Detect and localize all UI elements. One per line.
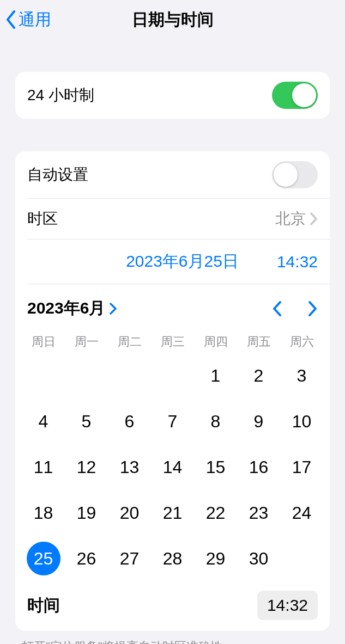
back-button[interactable]: 通用 xyxy=(5,0,51,39)
month-picker[interactable]: 2023年6月 xyxy=(27,297,117,320)
calendar-day[interactable]: 16 xyxy=(237,450,280,484)
calendar-day[interactable]: 22 xyxy=(194,496,237,530)
label-timezone: 时区 xyxy=(27,208,58,229)
calendar-day[interactable]: 9 xyxy=(237,404,280,438)
month-label: 2023年6月 xyxy=(27,297,105,320)
calendar-day[interactable]: 7 xyxy=(151,404,194,438)
calendar-day[interactable]: 28 xyxy=(151,542,194,575)
calendar-day[interactable]: 21 xyxy=(151,496,194,530)
weekday-header: 周六 xyxy=(280,330,323,355)
calendar-days: 1234567891011121314151617181920212223242… xyxy=(15,355,330,582)
calendar-blank xyxy=(108,359,151,392)
timezone-text: 北京 xyxy=(275,208,306,229)
calendar-day[interactable]: 5 xyxy=(65,404,108,438)
prev-month-button[interactable] xyxy=(272,300,282,317)
row-24h: 24 小时制 xyxy=(15,72,330,119)
calendar-day[interactable]: 24 xyxy=(280,496,323,530)
calendar-day[interactable]: 30 xyxy=(237,542,280,575)
calendar-day[interactable]: 12 xyxy=(65,450,108,484)
calendar-day[interactable]: 4 xyxy=(22,404,65,438)
calendar-day[interactable]: 6 xyxy=(108,404,151,438)
label-time: 时间 xyxy=(27,594,60,617)
page-title: 日期与时间 xyxy=(132,9,214,31)
weekday-header: 周一 xyxy=(65,330,108,355)
weekday-header: 周三 xyxy=(151,330,194,355)
weekday-header: 周二 xyxy=(108,330,151,355)
row-timezone[interactable]: 时区 北京 xyxy=(15,199,330,239)
footer-note: 打开"定位服务"将提高自动时区准确性。 xyxy=(22,639,323,644)
row-auto-set: 自动设置 xyxy=(15,151,330,198)
calendar-day[interactable]: 11 xyxy=(22,450,65,484)
date-display[interactable]: 2023年6月25日 xyxy=(126,250,239,273)
calendar-blank xyxy=(65,359,108,392)
calendar-day[interactable]: 18 xyxy=(22,496,65,530)
navbar: 通用 日期与时间 xyxy=(0,0,345,39)
calendar-day[interactable]: 2 xyxy=(237,359,280,392)
next-month-button[interactable] xyxy=(308,300,318,317)
calendar-day[interactable]: 20 xyxy=(108,496,151,530)
weekday-header: 周四 xyxy=(194,330,237,355)
group-24h: 24 小时制 xyxy=(15,72,330,119)
calendar-day[interactable]: 14 xyxy=(151,450,194,484)
calendar-day[interactable]: 3 xyxy=(280,359,323,392)
calendar-day[interactable]: 27 xyxy=(108,542,151,575)
time-display[interactable]: 14:32 xyxy=(277,253,318,271)
chevron-right-icon xyxy=(110,303,117,315)
back-label: 通用 xyxy=(19,9,51,31)
calendar-header: 2023年6月 xyxy=(15,284,330,326)
calendar-day[interactable]: 26 xyxy=(65,542,108,575)
toggle-knob-icon xyxy=(292,83,316,107)
calendar-day[interactable]: 19 xyxy=(65,496,108,530)
group-datetime: 自动设置 时区 北京 2023年6月25日 14:32 2023年6月 xyxy=(15,151,330,631)
calendar-day[interactable]: 25 xyxy=(22,542,65,575)
calendar-day[interactable]: 15 xyxy=(194,450,237,484)
time-picker[interactable]: 14:32 xyxy=(257,591,318,620)
row-date-time-display: 2023年6月25日 14:32 xyxy=(15,240,330,284)
weekday-header: 周日 xyxy=(22,330,65,355)
toggle-knob-icon xyxy=(274,163,298,187)
calendar-blank xyxy=(151,359,194,392)
chevron-left-icon xyxy=(5,10,16,29)
calendar-day[interactable]: 1 xyxy=(194,359,237,392)
calendar-day[interactable]: 23 xyxy=(237,496,280,530)
calendar-nav xyxy=(272,300,318,317)
row-time-picker: 时间 14:32 xyxy=(15,582,330,631)
calendar-day[interactable]: 17 xyxy=(280,450,323,484)
label-auto-set: 自动设置 xyxy=(27,164,88,185)
calendar-day[interactable]: 13 xyxy=(108,450,151,484)
calendar-blank xyxy=(22,359,65,392)
chevron-right-icon xyxy=(310,212,318,225)
label-24h: 24 小时制 xyxy=(27,85,94,106)
value-timezone: 北京 xyxy=(275,208,318,229)
calendar-day[interactable]: 8 xyxy=(194,404,237,438)
calendar-day[interactable]: 10 xyxy=(280,404,323,438)
calendar-weekdays: 周日周一周二周三周四周五周六 xyxy=(15,330,330,355)
calendar-day[interactable]: 29 xyxy=(194,542,237,575)
toggle-auto-set[interactable] xyxy=(272,161,318,188)
toggle-24h[interactable] xyxy=(272,82,318,109)
weekday-header: 周五 xyxy=(237,330,280,355)
